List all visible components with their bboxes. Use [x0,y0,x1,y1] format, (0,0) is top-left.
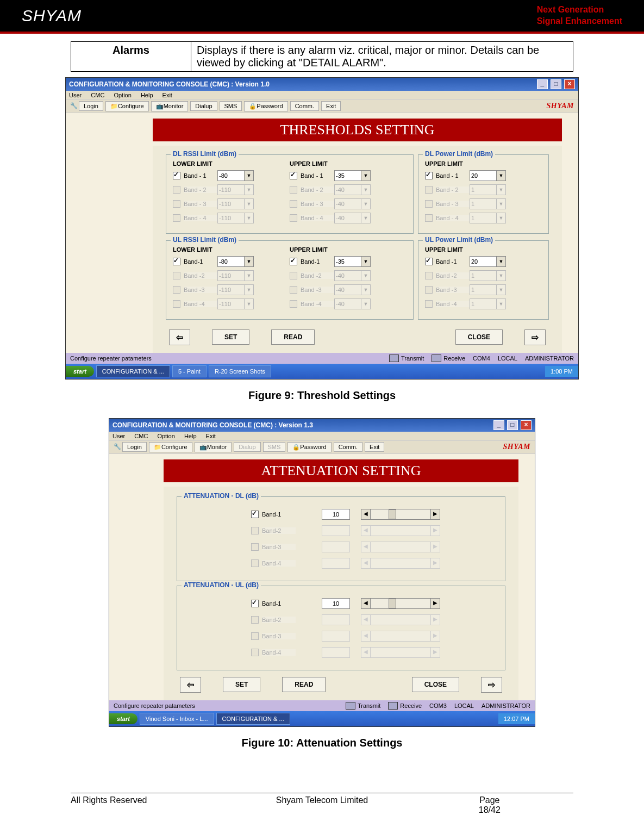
value-input[interactable]: -40 [334,270,361,281]
menu-cmc[interactable]: CMC [91,92,104,98]
band-checkbox[interactable] [425,272,433,279]
dialup-button[interactable]: Dialup [190,101,217,111]
login-button[interactable]: Login [79,101,103,111]
set-button[interactable]: SET [223,677,260,692]
monitor-button[interactable]: 📺Monitor [151,101,189,111]
value-input[interactable]: -80 [217,256,245,267]
exit-button[interactable]: Exit [321,101,341,111]
slider-right-button[interactable]: ▶ [430,542,440,552]
close-button[interactable]: × [521,420,532,430]
value-input[interactable]: 1 [470,284,497,295]
dropdown-button[interactable]: ▼ [245,256,254,267]
dropdown-button[interactable]: ▼ [361,213,371,223]
band-checkbox[interactable] [290,286,297,294]
dropdown-button[interactable]: ▼ [497,256,506,267]
value-input[interactable] [322,558,350,569]
value-input[interactable]: 20 [470,170,497,181]
password-button[interactable]: 🔒Password [287,442,331,452]
band-checkbox[interactable] [173,286,180,294]
dropdown-button[interactable]: ▼ [361,284,371,295]
close-button[interactable]: × [564,79,575,89]
read-button[interactable]: READ [282,677,326,692]
value-input[interactable]: -110 [217,284,245,295]
exit-button[interactable]: Exit [365,442,384,452]
slider-left-button[interactable]: ◀ [361,631,371,642]
dropdown-button[interactable]: ▼ [245,198,254,209]
band-checkbox[interactable] [251,559,259,567]
dropdown-button[interactable]: ▼ [361,198,371,209]
band-checkbox[interactable] [251,616,259,624]
slider-right-button[interactable]: ▶ [430,509,440,520]
value-input[interactable]: -40 [334,284,361,295]
band-checkbox[interactable] [173,200,180,208]
dropdown-button[interactable]: ▼ [497,298,506,309]
comm-button[interactable]: Comm. [334,442,362,452]
taskbar-item[interactable]: CONFIGURATION & ... [96,365,170,377]
band-checkbox[interactable] [290,214,297,222]
taskbar-item[interactable]: 5 - Paint [172,365,207,377]
value-input[interactable]: 10 [322,598,350,609]
value-input[interactable]: 1 [470,213,497,223]
slider-right-button[interactable]: ▶ [430,614,440,625]
slider-right-button[interactable]: ▶ [430,558,440,569]
forward-button[interactable]: ⇨ [481,677,502,693]
value-input[interactable] [322,525,350,536]
band-checkbox[interactable] [425,186,433,194]
maximize-button[interactable]: □ [551,79,561,89]
minimize-button[interactable]: _ [493,420,504,430]
forward-button[interactable]: ⇨ [524,329,546,345]
taskbar-item[interactable]: R-20 Screen Shots [209,365,271,377]
slider-left-button[interactable]: ◀ [361,647,371,658]
value-input[interactable]: -40 [334,213,361,223]
band-checkbox[interactable] [251,632,259,640]
value-input[interactable] [322,542,350,552]
value-input[interactable]: -35 [334,170,361,181]
menu-option[interactable]: Option [114,92,131,98]
value-input[interactable]: -40 [334,184,361,195]
dropdown-button[interactable]: ▼ [361,184,371,195]
band-checkbox[interactable] [173,214,180,222]
band-checkbox[interactable] [425,258,433,265]
dropdown-button[interactable]: ▼ [497,170,506,181]
dropdown-button[interactable]: ▼ [361,256,371,267]
slider-right-button[interactable]: ▶ [430,647,440,658]
minimize-button[interactable]: _ [537,79,548,89]
close-button[interactable]: CLOSE [412,677,459,692]
dropdown-button[interactable]: ▼ [361,270,371,281]
menu-exit[interactable]: Exit [162,92,172,98]
value-input[interactable]: -40 [334,198,361,209]
value-input[interactable]: 1 [470,184,497,195]
menu-user[interactable]: User [69,92,82,98]
dropdown-button[interactable]: ▼ [497,198,506,209]
value-input[interactable]: -40 [334,298,361,309]
read-button[interactable]: READ [271,329,315,345]
attenuation-slider[interactable]: ◀ ▶ [361,542,440,552]
attenuation-slider[interactable]: ◀ ▶ [361,631,440,642]
band-checkbox[interactable] [173,300,180,308]
slider-right-button[interactable]: ▶ [430,525,440,536]
attenuation-slider[interactable]: ◀ ▶ [361,525,440,536]
dropdown-button[interactable]: ▼ [497,213,506,223]
dropdown-button[interactable]: ▼ [245,270,254,281]
band-checkbox[interactable] [290,172,297,179]
value-input[interactable]: 1 [470,270,497,281]
band-checkbox[interactable] [251,600,259,607]
value-input[interactable] [322,647,350,658]
value-input[interactable]: 1 [470,298,497,309]
band-checkbox[interactable] [290,186,297,194]
slider-left-button[interactable]: ◀ [361,598,371,609]
value-input[interactable]: 10 [322,509,350,520]
taskbar-item[interactable]: CONFIGURATION & ... [216,713,290,725]
band-checkbox[interactable] [173,272,180,279]
value-input[interactable]: -110 [217,270,245,281]
dropdown-button[interactable]: ▼ [245,213,254,223]
slider-left-button[interactable]: ◀ [361,614,371,625]
value-input[interactable]: -35 [334,256,361,267]
monitor-button[interactable]: 📺Monitor [195,442,232,452]
value-input[interactable] [322,631,350,642]
close-button[interactable]: CLOSE [455,329,503,345]
maximize-button[interactable]: □ [507,420,518,430]
dropdown-button[interactable]: ▼ [361,170,371,181]
value-input[interactable] [322,614,350,625]
band-checkbox[interactable] [251,511,259,518]
